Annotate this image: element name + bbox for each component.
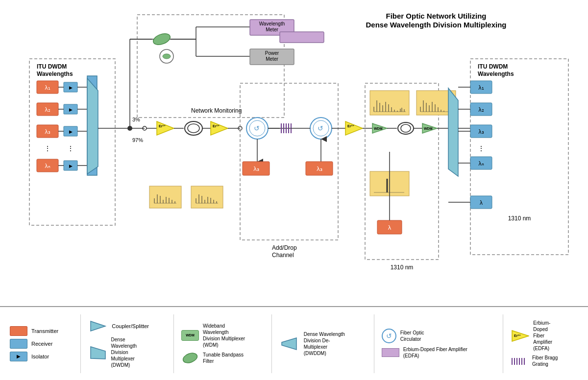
svg-marker-186: [282, 338, 296, 350]
isolator-label: Isolator: [31, 354, 49, 359]
svg-text:λ₁: λ₁: [479, 84, 484, 91]
svg-text:▶: ▶: [69, 85, 73, 90]
svg-text:⋮: ⋮: [478, 144, 485, 152]
divider-5: [503, 314, 503, 373]
diagram-svg: Fiber Optic Network Utilizing Dense Wave…: [0, 0, 588, 304]
legend-transmitter: Transmitter: [10, 326, 58, 336]
svg-rect-80: [191, 186, 223, 208]
main-container: Fiber Optic Network Utilizing Dense Wave…: [0, 0, 588, 380]
legend-isolator: ▶ Isolator: [10, 352, 58, 361]
svg-text:λ: λ: [388, 224, 392, 231]
svg-text:▶: ▶: [69, 129, 73, 134]
wdm-label: Wideband WavelengthDivision Multiplexer(…: [203, 323, 249, 348]
svg-text:↺: ↺: [318, 124, 323, 132]
svg-text:1310 nm: 1310 nm: [508, 215, 531, 222]
svg-marker-33: [87, 78, 98, 174]
edfa-label: Erbium-DopedFiber Amplifier(EDFA): [533, 320, 564, 352]
dwddm-label: Dense WavelengthDivision De-Multiplexer(…: [304, 331, 352, 356]
svg-text:λ₃: λ₃: [479, 128, 484, 135]
svg-text:WDM: WDM: [374, 127, 383, 130]
svg-text:Channel: Channel: [272, 252, 294, 259]
legend-switch: Erbium-Doped Fiber Amplifier (EDFA): [382, 346, 481, 359]
legend-coupler: Coupler/Splitter: [88, 319, 151, 333]
svg-text:Add/Drop: Add/Drop: [272, 244, 297, 251]
svg-text:3%: 3%: [132, 117, 140, 122]
edfa-icon: Er³⁺: [511, 329, 529, 343]
svg-marker-163: [448, 88, 458, 176]
svg-text:▶: ▶: [69, 107, 73, 112]
transmitter-label: Transmitter: [31, 328, 58, 334]
svg-point-185: [182, 351, 198, 364]
transmitter-icon: [10, 326, 27, 336]
legend-area: Transmitter Receiver ▶ Isolator Coupler/…: [0, 306, 588, 380]
svg-text:λ₁: λ₁: [45, 84, 50, 91]
divider-1: [80, 314, 81, 373]
svg-text:Meter: Meter: [266, 56, 278, 62]
coupler-icon: [88, 319, 108, 333]
isolator-icon: ▶: [10, 352, 27, 361]
svg-text:λ₂: λ₂: [45, 106, 50, 113]
svg-marker-184: [91, 347, 105, 359]
svg-text:97%: 97%: [132, 137, 143, 143]
legend-receiver: Receiver: [10, 339, 58, 349]
coupler-label: Coupler/Splitter: [112, 323, 149, 329]
legend-col-3: WDM Wideband WavelengthDivision Multiple…: [181, 323, 249, 365]
svg-text:WDM: WDM: [424, 127, 433, 130]
svg-text:λ₃: λ₃: [317, 165, 322, 172]
svg-text:Fiber Optic Network Utilizing: Fiber Optic Network Utilizing: [386, 12, 486, 20]
divider-3: [271, 314, 272, 373]
svg-text:1310 nm: 1310 nm: [391, 264, 414, 271]
svg-text:Wavelengths: Wavelengths: [478, 71, 514, 77]
svg-text:λₙ: λₙ: [479, 160, 484, 167]
receiver-icon: [10, 339, 27, 349]
switch-label: Erbium-Doped Fiber Amplifier (EDFA): [403, 346, 481, 359]
legend-circulator: ↺ Fiber OpticCirculator: [382, 329, 481, 343]
legend-dwddm: Dense WavelengthDivision De-Multiplexer(…: [279, 331, 352, 356]
legend-bragg: Fiber BraggGrating: [511, 355, 564, 367]
legend-col-6: Er³⁺ Erbium-DopedFiber Amplifier(EDFA) F…: [511, 320, 564, 367]
legend-col-2: Coupler/Splitter Dense WavelengthDivisio…: [88, 319, 151, 368]
legend-col-5: ↺ Fiber OpticCirculator Erbium-Doped Fib…: [382, 329, 481, 359]
legend-dwdm: Dense WavelengthDivision Multiplexer(DWD…: [88, 336, 151, 368]
svg-text:Meter: Meter: [266, 27, 278, 32]
svg-text:Er³⁺: Er³⁺: [213, 124, 220, 128]
dwdm-icon: [88, 345, 107, 360]
svg-text:Er³⁺: Er³⁺: [347, 124, 354, 128]
svg-rect-129: [370, 91, 409, 115]
svg-text:↺: ↺: [254, 124, 260, 132]
divider-4: [374, 314, 374, 373]
bandpass-icon: [181, 351, 199, 365]
svg-text:▶: ▶: [69, 164, 73, 168]
dwdm-label: Dense WavelengthDivision Multiplexer(DWD…: [111, 336, 151, 368]
circulator-icon: ↺: [382, 329, 396, 343]
svg-text:λ₂: λ₂: [479, 106, 484, 113]
svg-text:Er³⁺: Er³⁺: [159, 124, 166, 128]
legend-wdm: WDM Wideband WavelengthDivision Multiple…: [181, 323, 249, 348]
legend-col-1: Transmitter Receiver ▶ Isolator: [10, 326, 58, 361]
legend-edfa: Er³⁺ Erbium-DopedFiber Amplifier(EDFA): [511, 320, 564, 352]
dwddm-icon: [279, 336, 300, 351]
svg-text:ITU DWDM: ITU DWDM: [478, 63, 508, 70]
svg-text:Wavelengths: Wavelengths: [37, 71, 73, 77]
legend-bandpass: Tunable BandpassFilter: [181, 351, 249, 365]
bragg-icon: [511, 356, 528, 366]
svg-point-43: [163, 54, 171, 59]
svg-text:⋮: ⋮: [44, 144, 51, 152]
svg-text:Wavelength: Wavelength: [259, 21, 285, 26]
svg-text:Er³⁺: Er³⁺: [514, 334, 521, 337]
svg-rect-177: [280, 32, 324, 43]
wdm-icon: WDM: [181, 330, 199, 341]
switch-icon: [382, 348, 399, 357]
svg-marker-183: [91, 321, 105, 331]
svg-text:ITU DWDM: ITU DWDM: [37, 63, 67, 70]
circulator-label: Fiber OpticCirculator: [400, 330, 424, 342]
svg-text:λₙ: λₙ: [45, 163, 50, 169]
diagram-area: Fiber Optic Network Utilizing Dense Wave…: [0, 0, 588, 304]
svg-text:Power: Power: [265, 50, 279, 56]
svg-text:⋮: ⋮: [67, 144, 74, 152]
bandpass-label: Tunable BandpassFilter: [203, 352, 244, 364]
bragg-label: Fiber BraggGrating: [532, 355, 558, 367]
svg-text:λ₃: λ₃: [45, 128, 50, 135]
svg-text:λ₃: λ₃: [253, 165, 259, 172]
svg-rect-70: [149, 186, 181, 208]
